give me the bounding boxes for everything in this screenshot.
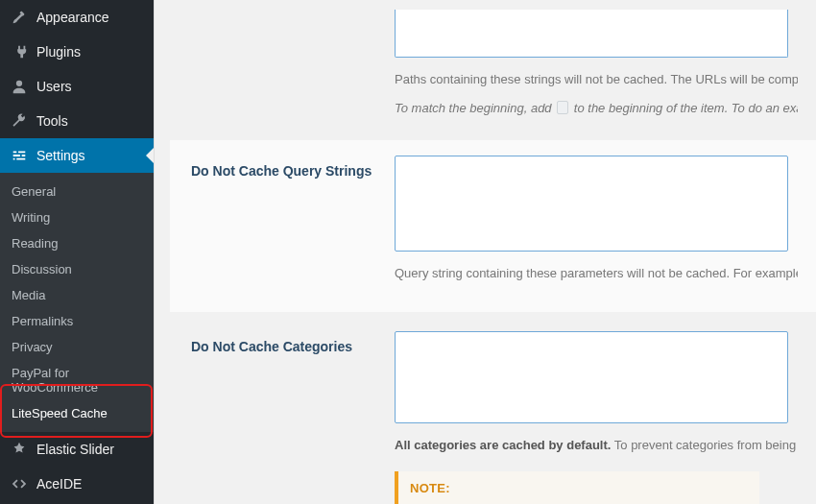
submenu-item-permalinks[interactable]: Permalinks xyxy=(0,308,154,334)
sidebar-item-plugins[interactable]: Plugins xyxy=(0,35,154,69)
brush-icon xyxy=(10,8,29,27)
pin-icon xyxy=(10,440,29,459)
wrench-icon xyxy=(10,111,29,131)
sidebar-item-elastic-slider[interactable]: Elastic Slider xyxy=(0,432,154,467)
plug-icon xyxy=(10,42,29,61)
do-not-cache-categories-textarea[interactable] xyxy=(395,331,788,423)
submenu-item-litespeed[interactable]: LiteSpeed Cache xyxy=(0,400,154,426)
form-field: All categories are cached by default. To… xyxy=(395,320,816,505)
field-description: Paths containing these strings will not … xyxy=(395,70,798,89)
settings-panel: Paths containing these strings will not … xyxy=(154,0,816,504)
code-icon xyxy=(10,474,29,493)
form-label xyxy=(174,0,385,127)
form-field: Query string containing these parameters… xyxy=(395,144,816,293)
caret-key-icon xyxy=(557,101,568,114)
form-row-uris: Paths containing these strings will not … xyxy=(174,0,816,127)
sidebar-item-label: Appearance xyxy=(36,10,109,25)
submenu-item-discussion[interactable]: Discussion xyxy=(0,256,154,282)
submenu-item-writing[interactable]: Writing xyxy=(0,204,154,230)
do-not-cache-query-strings-textarea[interactable] xyxy=(395,156,788,252)
submenu-item-paypal-wc[interactable]: PayPal for WooCommerce xyxy=(0,360,154,400)
sidebar-item-label: Users xyxy=(36,79,72,94)
submenu-item-media[interactable]: Media xyxy=(0,282,154,308)
sidebar-item-appearance[interactable]: Appearance xyxy=(0,0,154,35)
note-title: NOTE: xyxy=(410,481,748,495)
submenu-item-reading[interactable]: Reading xyxy=(0,230,154,256)
form-row-query-strings: Do Not Cache Query Strings Query string … xyxy=(170,140,816,312)
field-description: All categories are cached by default. To… xyxy=(395,436,798,455)
do-not-cache-uris-textarea[interactable] xyxy=(395,10,788,58)
submenu-item-general[interactable]: General xyxy=(0,179,154,204)
sidebar-item-tools[interactable]: Tools xyxy=(0,104,154,138)
field-description: Query string containing these parameters… xyxy=(395,264,798,283)
sliders-icon xyxy=(10,146,29,165)
sidebar-item-users[interactable]: Users xyxy=(0,69,154,104)
submenu-item-privacy[interactable]: Privacy xyxy=(0,334,154,360)
sidebar-item-label: Settings xyxy=(36,148,85,163)
form-row-categories: Do Not Cache Categories All categories a… xyxy=(174,316,816,505)
sidebar-item-label: Elastic Slider xyxy=(36,442,114,457)
user-icon xyxy=(10,77,29,96)
sidebar-item-aceide[interactable]: AceIDE xyxy=(0,467,154,501)
note-callout: NOTE: xyxy=(395,471,759,504)
sidebar-item-label: Plugins xyxy=(36,44,81,60)
form-label: Do Not Cache Categories xyxy=(174,320,385,505)
form-field: Paths containing these strings will not … xyxy=(395,0,816,127)
field-description-2: To match the beginning, add to the begin… xyxy=(395,99,798,118)
sidebar-item-label: AceIDE xyxy=(36,476,82,492)
sidebar-item-label: Tools xyxy=(36,113,68,129)
settings-submenu: General Writing Reading Discussion Media… xyxy=(0,173,154,432)
sidebar-item-settings[interactable]: Settings xyxy=(0,138,154,173)
form-label: Do Not Cache Query Strings xyxy=(174,144,385,293)
admin-sidebar: Appearance Plugins Users Tools Settings … xyxy=(0,0,154,504)
